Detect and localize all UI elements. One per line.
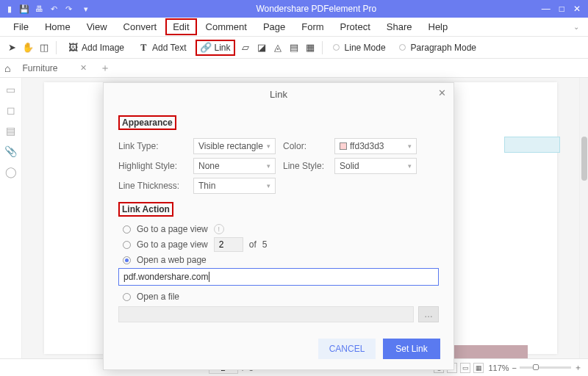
menu-comment[interactable]: Comment xyxy=(198,18,254,35)
view-two-icon[interactable]: ▭ xyxy=(460,363,470,373)
menu-protect[interactable]: Protect xyxy=(333,18,378,35)
line-mode-label: Line Mode xyxy=(345,43,386,53)
print-icon[interactable]: 🖶 xyxy=(34,4,44,14)
crop-icon[interactable]: ▱ xyxy=(240,42,251,54)
color-swatch-icon xyxy=(340,142,347,150)
zoom-in-icon[interactable]: ＋ xyxy=(574,362,582,373)
label-go-to-page-view-2: Go to a page view xyxy=(137,239,208,250)
view-grid-icon[interactable]: ▦ xyxy=(473,363,484,373)
label-line-style: Line Style: xyxy=(283,161,327,171)
hand-icon[interactable]: ✋ xyxy=(22,42,34,54)
radio-go-to-page-view-2[interactable] xyxy=(123,241,131,249)
document-tabbar: ⌂ Furniture ✕ ＋ xyxy=(0,59,588,78)
menu-file[interactable]: File xyxy=(6,18,36,35)
attachments-icon[interactable]: 📎 xyxy=(5,145,17,157)
zoom-slider[interactable] xyxy=(520,366,571,369)
add-image-button[interactable]: 🖼 Add Image xyxy=(62,40,129,56)
chevron-down-icon: ▾ xyxy=(408,162,412,170)
tab-furniture[interactable]: Furniture ✕ xyxy=(16,63,92,73)
label-go-to-page-view: Go to a page view xyxy=(137,224,208,234)
menu-view[interactable]: View xyxy=(79,18,115,35)
background-icon[interactable]: ◬ xyxy=(272,42,284,54)
page-number-input[interactable] xyxy=(214,237,243,252)
menu-edit[interactable]: Edit xyxy=(165,18,196,35)
chevron-down-icon: ▾ xyxy=(267,142,270,150)
zoom-control: 117% − ＋ xyxy=(488,362,582,373)
line-style-select[interactable]: Solid▾ xyxy=(334,158,417,174)
tab-close-icon[interactable]: ✕ xyxy=(80,63,87,73)
redo-icon[interactable]: ↷ xyxy=(63,4,74,14)
radio-go-to-page-view[interactable] xyxy=(123,225,131,234)
add-text-button[interactable]: 𝐓 Add Text xyxy=(133,40,190,56)
zoom-out-icon[interactable]: − xyxy=(512,364,517,372)
radio-open-web-page[interactable] xyxy=(123,256,131,264)
radio-open-file[interactable] xyxy=(123,293,131,301)
watermark-icon[interactable]: ◪ xyxy=(256,42,268,54)
home-tab-icon[interactable]: ⌂ xyxy=(4,62,10,74)
label-of: of xyxy=(249,239,257,250)
menu-convert[interactable]: Convert xyxy=(116,18,165,35)
app-logo-icon: ▮ xyxy=(4,4,15,14)
close-icon[interactable]: ✕ xyxy=(573,4,581,14)
line-thickness-select[interactable]: Thin▾ xyxy=(193,178,276,194)
edit-toolbar: ➤ ✋ ◫ 🖼 Add Image 𝐓 Add Text 🔗 Link ▱ ◪ … xyxy=(0,37,588,59)
header-icon[interactable]: ▤ xyxy=(288,42,300,54)
link-type-select[interactable]: Visible rectangle▾ xyxy=(193,138,276,154)
add-image-label: Add Image xyxy=(82,43,124,53)
menu-form[interactable]: Form xyxy=(294,18,331,35)
radio-icon xyxy=(333,44,340,51)
titlebar-quick-icons: ▮ 💾 🖶 ↶ ↷ ▾ xyxy=(4,4,91,14)
tab-label: Furniture xyxy=(22,63,57,73)
tab-add-icon[interactable]: ＋ xyxy=(100,62,110,75)
paragraph-mode-toggle[interactable]: Paragraph Mode xyxy=(395,40,481,55)
dialog-close-icon[interactable]: ✕ xyxy=(438,87,446,98)
cancel-button[interactable]: CANCEL xyxy=(318,339,376,359)
app-title: Wondershare PDFelement Pro xyxy=(91,4,542,14)
link-dialog: Link ✕ Appearance Link Type: Visible rec… xyxy=(103,82,454,370)
save-icon[interactable]: 💾 xyxy=(19,4,29,14)
footer-icon[interactable]: ▦ xyxy=(304,42,316,54)
menubar: File Home View Convert Edit Comment Page… xyxy=(0,18,588,37)
label-color: Color: xyxy=(283,141,327,151)
link-button[interactable]: 🔗 Link xyxy=(196,40,235,56)
file-path-input[interactable] xyxy=(118,306,414,322)
comments-icon[interactable]: ▤ xyxy=(5,125,17,137)
menu-page[interactable]: Page xyxy=(256,18,293,35)
menu-share[interactable]: Share xyxy=(379,18,420,35)
dialog-title: Link xyxy=(270,89,287,100)
select-icon[interactable]: ◫ xyxy=(38,42,50,54)
left-sidebar: ▭ ◻ ▤ 📎 ◯ xyxy=(0,78,22,358)
cursor-icon[interactable]: ➤ xyxy=(6,42,18,54)
link-label: Link xyxy=(215,43,231,53)
vertical-scrollbar[interactable] xyxy=(579,78,588,358)
url-input[interactable]: pdf.wondershare.com xyxy=(118,268,439,286)
zoom-knob[interactable] xyxy=(533,364,539,370)
search-panel-icon[interactable]: ◯ xyxy=(5,166,17,178)
text-cursor xyxy=(209,272,209,282)
chevron-down-icon: ▾ xyxy=(267,162,270,170)
menu-home[interactable]: Home xyxy=(37,18,78,35)
line-mode-toggle[interactable]: Line Mode xyxy=(329,40,390,55)
scrollbar-thumb[interactable] xyxy=(581,137,587,181)
url-value: pdf.wondershare.com xyxy=(123,272,208,282)
color-select[interactable]: ffd3d3d3▾ xyxy=(334,138,417,154)
bookmarks-icon[interactable]: ◻ xyxy=(5,104,17,116)
minimize-icon[interactable]: ― xyxy=(542,4,551,14)
section-link-action: Link Action xyxy=(118,202,173,217)
menubar-expand-icon[interactable]: ⌄ xyxy=(570,23,582,31)
quickbar-chevron-icon[interactable]: ▾ xyxy=(81,4,91,14)
maximize-icon[interactable]: □ xyxy=(559,4,564,14)
label-open-file: Open a file xyxy=(137,292,179,302)
highlight-style-select[interactable]: None▾ xyxy=(193,158,276,174)
browse-file-button[interactable]: … xyxy=(418,306,439,322)
zoom-value: 117% xyxy=(488,364,509,372)
menu-help[interactable]: Help xyxy=(421,18,456,35)
dialog-header: Link ✕ xyxy=(104,83,453,105)
undo-icon[interactable]: ↶ xyxy=(49,4,59,14)
thumbnails-icon[interactable]: ▭ xyxy=(5,84,17,95)
link-highlight-box[interactable] xyxy=(504,137,560,153)
info-icon[interactable]: ! xyxy=(214,224,224,234)
link-icon: 🔗 xyxy=(200,42,212,54)
set-link-button[interactable]: Set Link xyxy=(383,339,440,359)
label-open-web-page: Open a web page xyxy=(137,255,207,265)
